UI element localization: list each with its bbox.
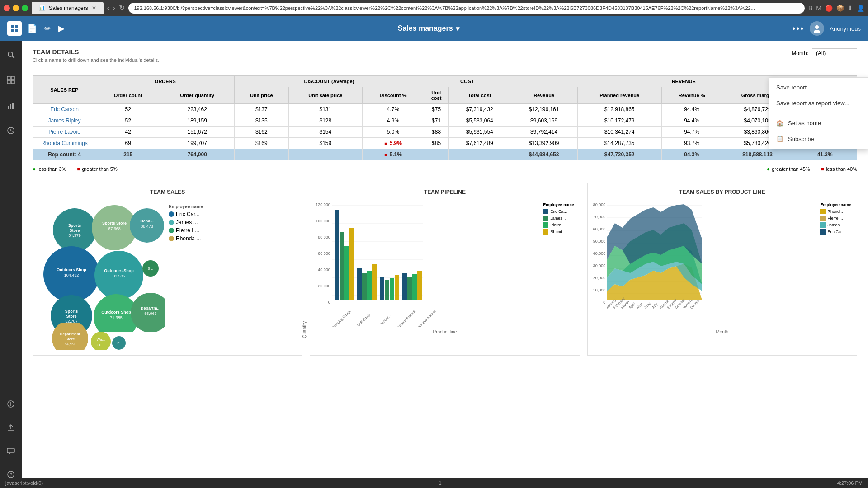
planned-rev-james: $10,172,479 <box>577 115 661 127</box>
status-url: javascript:void(0) <box>5 480 43 486</box>
legend-pierre: Pierre L... <box>169 227 203 234</box>
browser-chrome: 📊 Sales managers ✕ ‹ › ↻ 192.168.56.1:93… <box>0 0 868 16</box>
sp-eric: Eric Ca... <box>820 229 851 235</box>
rep-name-rhonda[interactable]: Rhonda Cummings <box>33 138 96 149</box>
legend-rhonda: Rhonda ... <box>169 235 203 242</box>
svg-text:Departm...: Departm... <box>141 306 160 310</box>
tab-close-icon[interactable]: ✕ <box>92 5 96 11</box>
svg-rect-83 <box>417 271 422 300</box>
address-bar[interactable]: 192.168.56.1:9300/bi/?perspective=classi… <box>128 3 805 14</box>
rev-pct-rhonda: 93.7% <box>661 138 722 149</box>
save-report-item[interactable]: Save report... <box>769 80 868 95</box>
discount-val-rhonda: 5.9% <box>390 140 402 146</box>
svg-rect-76 <box>380 277 384 300</box>
sidebar-search-icon[interactable] <box>3 47 19 63</box>
browser-maximize[interactable] <box>22 5 28 11</box>
svg-text:S...: S... <box>148 267 153 271</box>
sidebar-chat-icon[interactable] <box>3 443 19 459</box>
col-unit-sale-price: Unit sale price <box>288 87 362 104</box>
bookmark-icon[interactable]: B <box>808 5 812 12</box>
svg-rect-14 <box>12 103 14 109</box>
gmail-icon[interactable]: M <box>816 5 821 12</box>
order-qty-pierre: 151,672 <box>160 127 234 138</box>
save-report-view-label: Save report as report view... <box>776 100 849 107</box>
sp-eric-label: Eric Ca... <box>827 230 844 234</box>
pl-james: James ... <box>543 216 574 221</box>
address-text: 192.168.56.1:9300/bi/?perspective=classi… <box>134 5 755 11</box>
ext1-icon[interactable]: 🔴 <box>825 5 833 12</box>
pencil-icon[interactable]: ✏ <box>44 23 51 33</box>
unit-sale-price-eric: $131 <box>288 104 362 115</box>
nav-refresh[interactable]: ↻ <box>119 4 125 12</box>
set-home-item[interactable]: 🏠 Set as home <box>769 115 868 131</box>
legend-red-discount: ■ greater than 5% <box>77 166 118 172</box>
svg-text:Store: Store <box>66 337 75 341</box>
green-dot-icon: ● <box>33 166 36 172</box>
rev-pct-james: 94.4% <box>661 115 722 127</box>
browser-close[interactable] <box>4 5 10 11</box>
svg-rect-77 <box>385 280 389 300</box>
svg-text:Sports Store: Sports Store <box>102 221 127 225</box>
total-order-qty: 764,000 <box>160 149 234 160</box>
y6: 120,000 <box>316 202 330 207</box>
header-title-text: Sales managers <box>398 24 453 33</box>
svg-rect-74 <box>367 271 372 300</box>
svg-rect-10 <box>7 80 10 84</box>
order-count-pierre: 42 <box>96 127 160 138</box>
browser-tab[interactable]: 📊 Sales managers ✕ <box>32 2 104 14</box>
pl-rhonda-label: Rhond... <box>550 230 566 234</box>
rep-name-pierre[interactable]: Pierre Lavoie <box>33 127 96 138</box>
product-content: 80,000 70,000 60,000 50,000 40,000 30,00… <box>593 201 851 328</box>
browser-minimize[interactable] <box>13 5 19 11</box>
discount-pct-rhonda: ■ 5.9% <box>362 138 424 149</box>
header-chevron[interactable]: ▾ <box>456 24 459 33</box>
discount-pct-eric: 4.7% <box>362 104 424 115</box>
rep-name-eric[interactable]: Eric Carson <box>33 104 96 115</box>
save-report-view-item[interactable]: Save report as report view... <box>769 95 868 111</box>
col-cost: COST <box>424 76 510 87</box>
ext2-icon[interactable]: 📦 <box>836 5 844 12</box>
month-input[interactable] <box>812 48 857 58</box>
svg-text:Wa...: Wa... <box>97 338 105 342</box>
subscribe-item[interactable]: 📋 Subscribe <box>769 131 868 147</box>
svg-text:30...: 30... <box>97 343 104 347</box>
legend-green-discount: ● less than 3% <box>33 166 66 172</box>
area-chart-svg: January February March April May June Ju… <box>607 201 707 327</box>
svg-point-5 <box>814 30 820 33</box>
sidebar-upload-icon[interactable] <box>3 419 19 436</box>
nav-back[interactable]: ‹ <box>107 4 109 12</box>
content-area: Save report... Save report as report vie… <box>22 41 868 488</box>
ext3-icon[interactable]: ⬇ <box>848 5 853 12</box>
status-time: 4:27:06 PM <box>837 480 863 486</box>
section-subtitle: Click a name to drill down and see the i… <box>33 57 159 63</box>
total-cost-james: $5,533,064 <box>449 115 510 127</box>
ext4-icon[interactable]: 👤 <box>857 5 864 12</box>
play-icon[interactable]: ▶ <box>58 23 65 33</box>
planned-rev-rhonda: $14,287,735 <box>577 138 661 149</box>
col-discount-pct: Discount % <box>362 87 424 104</box>
total-label: Rep count: 4 <box>33 149 96 160</box>
eric-legend-label: Eric Car... <box>176 211 200 217</box>
svg-rect-2 <box>11 29 14 32</box>
py8: 80,000 <box>593 202 606 207</box>
header-title-area: Sales managers ▾ <box>70 24 787 33</box>
svg-point-6 <box>8 52 13 56</box>
total-unit-cost <box>424 149 449 160</box>
docs-icon[interactable]: 📄 <box>27 23 37 33</box>
sidebar-chart-icon[interactable] <box>3 97 19 113</box>
nav-forward[interactable]: › <box>113 4 115 12</box>
svg-text:Department: Department <box>60 332 80 336</box>
table-row: Eric Carson 52 223,462 $137 $131 4.7% $7… <box>33 104 857 115</box>
month-filter: Month: <box>792 48 857 58</box>
total-gross-margin: $18,588,113 <box>722 149 793 160</box>
rep-name-james[interactable]: James Ripley <box>33 115 96 127</box>
three-dots-button[interactable]: ••• <box>792 23 804 34</box>
py2: 20,000 <box>593 276 606 280</box>
y1: 20,000 <box>318 284 330 288</box>
team-pipeline-chart: TEAM PIPELINE 120,000 100,000 80,000 60,… <box>310 183 580 356</box>
bubble-legend: Employee name Eric Car... James ... Pier… <box>169 204 203 332</box>
legend-eric: Eric Car... <box>169 211 203 217</box>
sidebar-add-icon[interactable] <box>3 396 19 412</box>
sidebar-clock-icon[interactable] <box>3 122 19 139</box>
sidebar-grid-icon[interactable] <box>3 72 19 88</box>
